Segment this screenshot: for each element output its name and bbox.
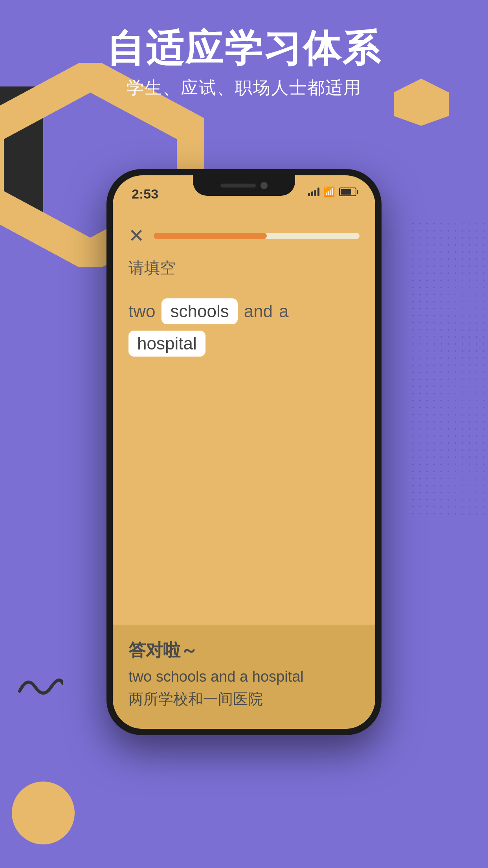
progress-fill	[154, 233, 267, 239]
wifi-icon: 📶	[323, 186, 335, 197]
signal-icon	[308, 188, 319, 196]
word-hospital[interactable]: hospital	[128, 331, 205, 357]
word-and: and	[244, 302, 273, 321]
word-a: a	[279, 302, 288, 321]
answer-english: two schools and a hospital	[128, 668, 360, 685]
correct-label: 答对啦～	[128, 639, 360, 662]
bg-orange-circle	[12, 782, 75, 844]
answer-panel: 答对啦～ two schools and a hospital 两所学校和一间医…	[113, 625, 375, 729]
word-two: two	[128, 302, 155, 321]
sub-title: 学生、应试、职场人士都适用	[0, 76, 488, 99]
phone-mockup: 2:53 📶	[106, 169, 382, 735]
phone-shell: 2:53 📶	[106, 169, 382, 735]
progress-bar	[154, 233, 360, 239]
question-label: 请填空	[113, 253, 375, 291]
close-button[interactable]: ✕	[128, 226, 144, 245]
battery-fill	[341, 189, 351, 195]
bg-dot-panel	[409, 220, 488, 519]
sentence-area: two schools and a hospital	[113, 291, 375, 364]
status-time: 2:53	[132, 186, 158, 202]
bg-squiggle	[16, 671, 63, 703]
speaker	[220, 184, 256, 188]
quiz-header: ✕	[113, 215, 375, 253]
status-icons: 📶	[308, 186, 356, 197]
answer-chinese: 两所学校和一间医院	[128, 689, 360, 709]
status-bar: 2:53 📶	[113, 175, 375, 215]
camera	[261, 182, 268, 189]
phone-screen: 2:53 📶	[113, 175, 375, 729]
app-content: ✕ 请填空 two schools and a hospital	[113, 215, 375, 729]
notch	[193, 175, 295, 196]
main-title: 自适应学习体系	[0, 28, 488, 69]
title-section: 自适应学习体系 学生、应试、职场人士都适用	[0, 0, 488, 99]
word-schools[interactable]: schools	[161, 298, 237, 324]
battery-icon	[339, 188, 356, 196]
